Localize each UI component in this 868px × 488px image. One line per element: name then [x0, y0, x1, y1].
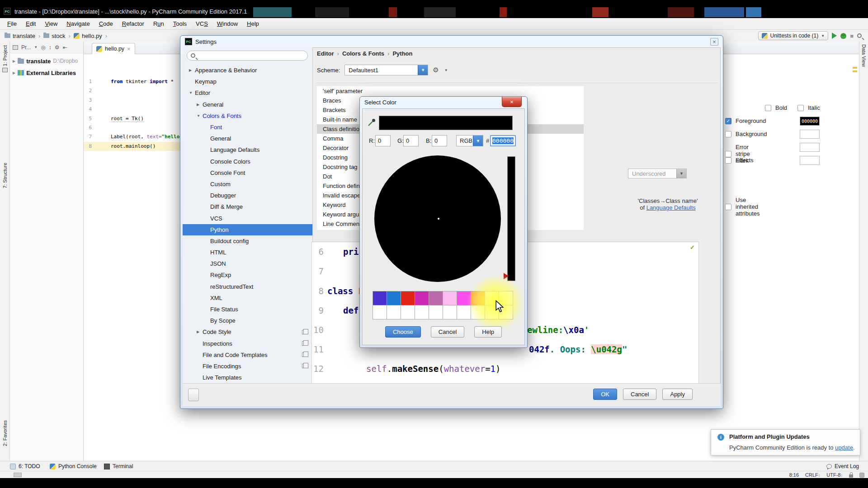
locate-icon[interactable]: ◎ — [41, 44, 45, 51]
coverage-bug-icon[interactable] — [840, 33, 846, 39]
brightness-slider-thumb[interactable] — [504, 273, 509, 279]
color-swatch[interactable] — [443, 291, 457, 305]
settings-tree-item-html[interactable]: HTML — [183, 247, 312, 258]
settings-tree-item-code-style[interactable]: ▶Code Style — [183, 326, 312, 338]
menu-item-vcs[interactable]: VCS — [191, 20, 212, 27]
settings-tree-item-by-scope[interactable]: By Scope — [183, 315, 312, 326]
collapsed-arrow-icon[interactable]: ▶ — [189, 68, 195, 72]
menu-item-navigate[interactable]: Navigate — [62, 20, 94, 27]
color-swatch[interactable] — [415, 291, 429, 305]
cancel-button[interactable]: Cancel — [431, 326, 464, 338]
menu-item-help[interactable]: Help — [242, 20, 264, 27]
menu-item-window[interactable]: Window — [212, 20, 242, 27]
background-checkbox[interactable] — [725, 131, 731, 137]
settings-tree-item-file-encodings[interactable]: File Encodings — [183, 361, 312, 372]
r-input[interactable]: 0 — [375, 135, 391, 146]
foreground-row[interactable]: ✓ Foreground — [725, 117, 766, 124]
lock-icon[interactable] — [849, 474, 853, 478]
settings-tree-item-diff-merge[interactable]: Diff & Merge — [183, 201, 312, 212]
help-button[interactable]: Help — [474, 326, 502, 338]
color-swatch[interactable] — [401, 305, 415, 319]
settings-tree-item-custom[interactable]: Custom — [183, 178, 312, 190]
g-input[interactable]: 0 — [403, 135, 419, 146]
menu-item-code[interactable]: Code — [94, 20, 118, 27]
settings-tree-item-file-and-code-templates[interactable]: File and Code Templates — [183, 349, 312, 361]
encoding-widget[interactable]: UTF-8↕ — [826, 472, 843, 478]
hector-inspector-icon[interactable] — [859, 473, 864, 478]
line-ending-widget[interactable]: CRLF↕ — [805, 472, 820, 478]
collapse-icon[interactable]: ↕ — [49, 44, 52, 51]
caret-position[interactable]: 8:16 — [789, 472, 799, 478]
color-swatch[interactable] — [387, 291, 401, 305]
b-input[interactable]: 0 — [432, 135, 447, 146]
color-swatch[interactable] — [373, 291, 387, 305]
tool-button-project[interactable]: 1: Project — [0, 45, 9, 72]
gear-icon[interactable]: ⚙ — [55, 44, 60, 51]
update-link[interactable]: update — [835, 444, 853, 451]
settings-tree-item-restructuredtext[interactable]: reStructuredText — [183, 281, 312, 292]
attribute-list-item[interactable]: 'self' parameter — [317, 86, 584, 96]
project-toolbar-label[interactable]: Pr... — [21, 44, 31, 51]
color-swatch[interactable] — [401, 291, 415, 305]
breadcrumb-item[interactable]: stock — [43, 33, 65, 39]
cancel-button[interactable]: Cancel — [623, 389, 656, 400]
error-stripe-checkbox[interactable] — [725, 151, 731, 157]
settings-tree-item-colors-fonts[interactable]: ▼Colors & Fonts — [183, 110, 312, 122]
menu-item-edit[interactable]: Edit — [21, 20, 40, 27]
settings-tree-item-debugger[interactable]: Debugger — [183, 190, 312, 201]
italic-checkbox-row[interactable]: Italic — [797, 104, 820, 111]
stop-button[interactable]: ■ — [850, 33, 854, 39]
color-swatch[interactable] — [457, 291, 471, 305]
settings-search-input[interactable] — [187, 51, 308, 61]
close-icon[interactable]: × — [710, 38, 718, 46]
settings-tree-item-general[interactable]: ▶General — [183, 99, 312, 110]
menu-item-refactor[interactable]: Refactor — [118, 20, 149, 27]
search-icon[interactable] — [857, 33, 862, 38]
expanded-arrow-icon[interactable]: ▼ — [189, 91, 195, 95]
tool-button-favorites[interactable]: 2: Favorites — [0, 420, 9, 446]
run-configuration-select[interactable]: Unittests in code (1) ▼ — [758, 31, 829, 40]
settings-tree-item-inspections[interactable]: Inspections — [183, 338, 312, 349]
menu-item-file[interactable]: File — [3, 20, 21, 27]
eyedropper-icon[interactable] — [368, 117, 377, 127]
apply-button[interactable]: Apply — [662, 389, 693, 400]
color-swatch[interactable] — [373, 305, 387, 319]
settings-tree-item-file-status[interactable]: File Status — [183, 304, 312, 315]
settings-tree-item-editor[interactable]: ▼Editor — [183, 87, 312, 99]
toolwindow-quick-access[interactable] — [14, 473, 22, 477]
menu-item-tools[interactable]: Tools — [169, 20, 191, 27]
chevron-down-icon[interactable]: ▼ — [34, 45, 38, 49]
event-log-button[interactable]: Event Log — [826, 461, 859, 471]
collapsed-arrow-icon[interactable]: ▶ — [13, 71, 15, 75]
italic-checkbox[interactable] — [797, 105, 804, 111]
chevron-down-icon[interactable]: ▼ — [418, 65, 428, 75]
settings-tree-item-live-templates[interactable]: Live Templates — [183, 372, 312, 383]
settings-tree-item-font[interactable]: Font — [183, 122, 312, 133]
gear-icon[interactable]: ⚙ — [433, 66, 439, 74]
notification-balloon[interactable]: i Platform and Plugin Updates PyCharm Co… — [711, 429, 860, 455]
background-row[interactable]: Background — [725, 131, 767, 137]
menu-item-run[interactable]: Run — [149, 20, 169, 27]
breadcrumb-item[interactable]: hello.py — [74, 33, 102, 39]
error-stripe-mark[interactable] — [853, 67, 857, 69]
chevron-down-icon[interactable]: ▼ — [473, 136, 483, 146]
bold-checkbox[interactable] — [765, 105, 771, 111]
expanded-arrow-icon[interactable]: ▼ — [197, 114, 203, 118]
close-icon[interactable]: × — [127, 46, 131, 52]
effect-type-select[interactable]: Underscored ▼ — [628, 169, 687, 178]
project-tree-item[interactable]: ▶External Libraries — [10, 67, 83, 79]
effects-checkbox[interactable] — [725, 157, 731, 164]
color-swatch[interactable] — [429, 305, 443, 319]
editor-tab-hello-py[interactable]: hello.py × — [92, 43, 135, 54]
settings-tree-item-general[interactable]: General — [183, 133, 312, 144]
breadcrumb-item[interactable]: translate — [5, 33, 35, 39]
bold-checkbox-row[interactable]: Bold — [765, 104, 787, 111]
hide-panel-icon[interactable]: ⇤ — [63, 44, 67, 51]
settings-tree-item-console-colors[interactable]: Console Colors — [183, 156, 312, 167]
tool-button-structure[interactable]: 7: Structure — [0, 163, 9, 188]
color-swatch[interactable] — [471, 291, 485, 305]
project-view-icon[interactable] — [13, 45, 18, 50]
background-color-swatch[interactable] — [800, 130, 820, 139]
menu-item-view[interactable]: View — [40, 20, 62, 27]
foreground-color-swatch[interactable]: 000000 — [800, 117, 820, 126]
